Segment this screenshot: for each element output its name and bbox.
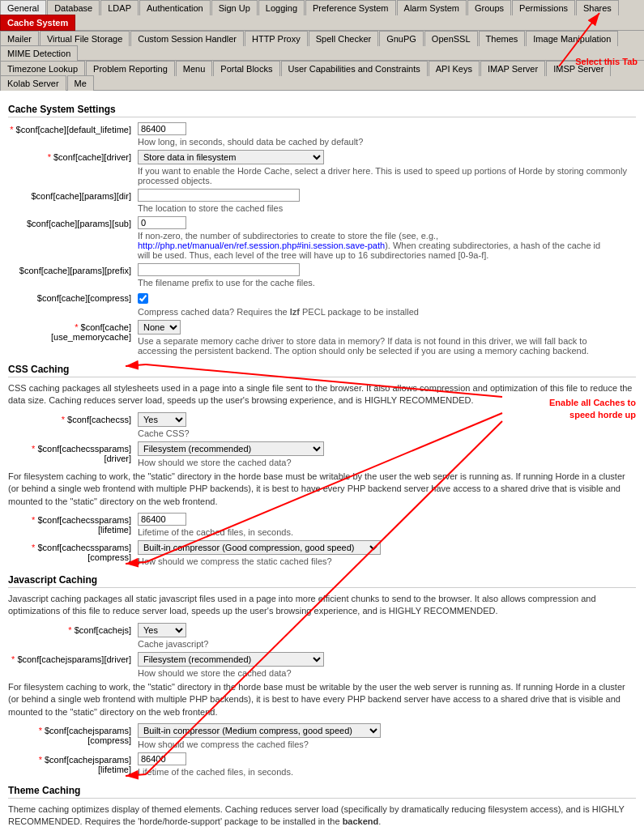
- control-params-sub: If non-zero, the number of subdirectorie…: [138, 216, 636, 260]
- tab-menu[interactable]: Menu: [176, 61, 213, 76]
- tab-cache-system[interactable]: Cache System: [0, 15, 75, 31]
- row-compress: $conf[cache][compress] Compress cached d…: [8, 291, 636, 317]
- select-driver[interactable]: Store data in filesystem: [138, 150, 324, 164]
- select-cachecssparams-driver[interactable]: Filesystem (recommended): [138, 441, 324, 456]
- filesystem-note-js: For filesystem caching to work, the "sta…: [8, 681, 636, 718]
- tab-groups[interactable]: Groups: [467, 0, 511, 15]
- tab-themes[interactable]: Themes: [479, 31, 526, 46]
- tab-bar-row3: Timezone Lookup Problem Reporting Menu P…: [0, 61, 644, 91]
- control-cachejs: Yes No Cache javascript?: [138, 623, 636, 649]
- row-cachecssparams-lifetime: * $conf[cachecssparams][lifetime] Lifeti…: [8, 513, 636, 537]
- tab-preference-system[interactable]: Preference System: [305, 0, 396, 15]
- section-theme-caching: Theme Caching: [8, 785, 636, 799]
- control-cachecssparams-lifetime: Lifetime of the cached files, in seconds…: [138, 513, 636, 537]
- desc-cachecssparams-compress: How should we compress the static cached…: [138, 556, 636, 566]
- tab-virtual-file-storage[interactable]: Virtual File Storage: [40, 31, 130, 46]
- label-params-prefix: $conf[cache][params][prefix]: [8, 263, 138, 275]
- label-cachecssparams-compress: * $conf[cachecssparams][compress]: [8, 540, 138, 562]
- tab-http-proxy[interactable]: HTTP Proxy: [245, 31, 308, 46]
- desc-cachejsparams-driver: How should we store the cached data?: [138, 668, 636, 678]
- control-params-dir: The location to store the cached files: [138, 189, 636, 213]
- row-cachecssparams-driver: * $conf[cachecssparams][driver] Filesyst…: [8, 441, 636, 467]
- section-cache-system: Cache System Settings: [8, 104, 636, 117]
- label-cachejs: * $conf[cachejs]: [8, 623, 138, 635]
- label-params-sub: $conf[cache][params][sub]: [8, 216, 138, 228]
- tab-mime-detection[interactable]: MIME Detection: [0, 45, 78, 61]
- tab-timezone-lookup[interactable]: Timezone Lookup: [0, 61, 85, 76]
- row-cachejsparams-compress: * $conf[cachejsparams][compress] Built-i…: [8, 723, 636, 749]
- row-cachecss: * $conf[cachecss] Yes No Cache CSS?: [8, 412, 636, 438]
- tab-image-manipulation[interactable]: Image Manipulation: [526, 31, 618, 46]
- row-cachecssparams-compress: * $conf[cachecssparams][compress] Built-…: [8, 540, 636, 566]
- enable-cache-annotation: Enable all Caches tospeed horde up: [549, 397, 636, 422]
- row-use-memorycache: * $conf[cache][use_memorycache] None Use…: [8, 320, 636, 356]
- control-params-prefix: The filename prefix to use for the cache…: [138, 263, 636, 288]
- select-cachejsparams-driver[interactable]: Filesystem (recommended): [138, 652, 324, 667]
- desc-params-dir: The location to store the cached files: [138, 203, 636, 213]
- input-cachecssparams-lifetime[interactable]: [138, 513, 186, 526]
- tab-shares[interactable]: Shares: [576, 0, 619, 15]
- desc-cachejsparams-compress: How should we compress the cached files?: [138, 739, 636, 749]
- tab-openssl[interactable]: OpenSSL: [424, 31, 478, 46]
- theme-caching-desc: Theme caching optimizes display of theme…: [8, 803, 636, 829]
- tab-mailer[interactable]: Mailer: [0, 31, 39, 46]
- label-cachecss: * $conf[cachecss]: [8, 412, 138, 424]
- tab-spell-checker[interactable]: Spell Checker: [309, 31, 378, 46]
- row-params-sub: $conf[cache][params][sub] If non-zero, t…: [8, 216, 636, 260]
- tab-general[interactable]: General: [0, 0, 46, 15]
- tab-api-keys[interactable]: API Keys: [429, 61, 480, 76]
- tab-imap-server[interactable]: IMAP Server: [480, 61, 545, 76]
- input-cachejsparams-lifetime[interactable]: [138, 752, 186, 765]
- tab-logging[interactable]: Logging: [258, 0, 305, 15]
- tab-user-capabilities[interactable]: User Capabilities and Constraints: [281, 61, 428, 76]
- tab-ldap[interactable]: LDAP: [100, 0, 139, 15]
- label-use-memorycache: * $conf[cache][use_memorycache]: [8, 320, 138, 342]
- select-cachecssparams-compress[interactable]: Built-in compressor (Good compression, g…: [138, 540, 381, 555]
- select-cachejsparams-compress[interactable]: Built-in compressor (Medium compress, go…: [138, 723, 381, 738]
- desc-params-prefix: The filename prefix to use for the cache…: [138, 278, 636, 288]
- control-use-memorycache: None Use a separate memory cache driver …: [138, 320, 636, 356]
- row-driver: * $conf[cache][driver] Store data in fil…: [8, 150, 636, 185]
- input-params-prefix[interactable]: [138, 263, 300, 276]
- tab-authentication[interactable]: Authentication: [139, 0, 211, 15]
- control-compress: Compress cached data? Requires the lzf P…: [138, 291, 636, 317]
- select-cachejs[interactable]: Yes No: [138, 623, 186, 637]
- desc-use-memorycache: Use a separate memory cache driver to st…: [138, 336, 608, 356]
- desc-driver: If you want to enable the Horde Cache, s…: [138, 166, 636, 185]
- tab-signup[interactable]: Sign Up: [211, 0, 258, 15]
- control-cachecssparams-driver: Filesystem (recommended) How should we s…: [138, 441, 636, 467]
- select-use-memorycache[interactable]: None: [138, 320, 181, 335]
- section-css-caching: CSS Caching: [8, 364, 636, 377]
- checkbox-compress[interactable]: [138, 293, 148, 304]
- tab-kolab-server[interactable]: Kolab Server: [0, 75, 66, 91]
- tab-database[interactable]: Database: [47, 0, 100, 15]
- tab-permissions[interactable]: Permissions: [512, 0, 575, 15]
- control-cachecssparams-compress: Built-in compressor (Good compression, g…: [138, 540, 636, 566]
- tab-gnupg[interactable]: GnuPG: [379, 31, 424, 46]
- desc-cachejsparams-lifetime: Lifetime of the cached files, in seconds…: [138, 767, 636, 777]
- tab-portal-blocks[interactable]: Portal Blocks: [213, 61, 279, 76]
- tab-bar-row2: Mailer Virtual File Storage Custom Sessi…: [0, 31, 644, 61]
- desc-cachecssparams-driver: How should we store the cached data?: [138, 458, 636, 467]
- tab-bar-row1: General Database LDAP Authentication Sig…: [0, 0, 644, 31]
- select-cachecss[interactable]: Yes No: [138, 412, 186, 427]
- tab-alarm-system[interactable]: Alarm System: [397, 0, 467, 15]
- desc-default-lifetime: How long, in seconds, should data be cac…: [138, 137, 636, 147]
- input-params-sub[interactable]: [138, 216, 186, 229]
- desc-params-sub: If non-zero, the number of subdirectorie…: [138, 231, 608, 260]
- label-compress: $conf[cache][compress]: [8, 291, 138, 303]
- control-cachejsparams-compress: Built-in compressor (Medium compress, go…: [138, 723, 636, 749]
- label-cachejsparams-lifetime: * $conf[cachejsparams][lifetime]: [8, 752, 138, 774]
- tab-problem-reporting[interactable]: Problem Reporting: [86, 61, 175, 76]
- tab-me[interactable]: Me: [67, 75, 94, 91]
- section-js-caching: Javascript Caching: [8, 574, 636, 588]
- filesystem-note-css: For filesystem caching to work, the "sta…: [8, 471, 636, 508]
- input-params-dir[interactable]: [138, 189, 300, 202]
- row-cachejsparams-driver: * $conf[cachejsparams][driver] Filesyste…: [8, 652, 636, 678]
- control-cachejsparams-driver: Filesystem (recommended) How should we s…: [138, 652, 636, 678]
- label-driver: * $conf[cache][driver]: [8, 150, 138, 162]
- tab-custom-session-handler[interactable]: Custom Session Handler: [130, 31, 244, 46]
- input-default-lifetime[interactable]: [138, 122, 186, 135]
- row-params-prefix: $conf[cache][params][prefix] The filenam…: [8, 263, 636, 288]
- row-default-lifetime: * $conf[cache][default_lifetime] How lon…: [8, 122, 636, 147]
